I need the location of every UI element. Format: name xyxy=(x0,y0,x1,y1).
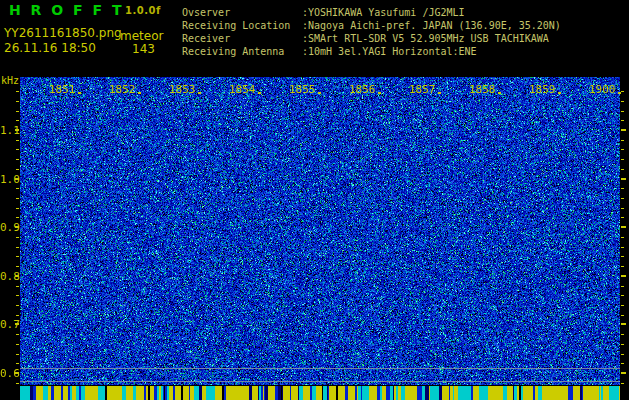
station-info-value: :YOSHIKAWA Yasufumi /JG2MLI xyxy=(302,6,465,19)
freq-minor-tick-left xyxy=(16,111,19,112)
time-tick-mark xyxy=(258,92,261,94)
station-info-label: Receiving Location xyxy=(182,19,302,32)
station-info-value: :10mH 3el.YAGI Horizontal:ENE xyxy=(302,45,477,58)
station-info-row: Receiving Antenna:10mH 3el.YAGI Horizont… xyxy=(182,45,561,58)
time-tick-mark xyxy=(138,92,141,94)
freq-major-tick-right xyxy=(621,323,626,325)
freq-major-tick-left xyxy=(15,275,19,277)
freq-minor-tick-right xyxy=(621,101,624,102)
freq-major-tick-right xyxy=(621,129,626,131)
freq-major-tick-right xyxy=(621,226,626,228)
freq-minor-tick-left xyxy=(16,295,19,296)
time-tick-mark xyxy=(318,92,321,94)
freq-minor-tick-right xyxy=(621,363,624,364)
freq-minor-tick-right xyxy=(621,140,624,141)
freq-tick-label: 1.0 xyxy=(0,173,15,186)
time-tick-label: 1851 xyxy=(49,83,76,96)
freq-minor-tick-right xyxy=(621,188,624,189)
freq-minor-tick-right xyxy=(621,169,624,170)
freq-minor-tick-left xyxy=(16,247,19,248)
freq-minor-tick-left xyxy=(16,149,19,150)
freq-minor-tick-left xyxy=(16,159,19,160)
freq-minor-tick-left xyxy=(16,217,19,218)
freq-minor-tick-right xyxy=(621,149,624,150)
freq-minor-tick-left xyxy=(16,383,19,384)
freq-minor-tick-right xyxy=(621,237,624,238)
freq-minor-tick-right xyxy=(621,286,624,287)
time-tick-mark xyxy=(498,92,501,94)
freq-major-tick-right xyxy=(621,178,626,180)
station-info-value: :Nagoya Aichi-pref. JAPAN (136.90E, 35.2… xyxy=(302,19,561,32)
station-info-label: Receiving Antenna xyxy=(182,45,302,58)
freq-minor-tick-left xyxy=(16,120,19,121)
freq-minor-tick-right xyxy=(621,198,624,199)
app-title: H R O F F T xyxy=(9,2,124,18)
freq-major-tick-right xyxy=(621,275,626,277)
freq-major-tick-left xyxy=(15,226,19,228)
station-info-label: Ovserver xyxy=(182,6,302,19)
freq-minor-tick-right xyxy=(621,217,624,218)
freq-minor-tick-right xyxy=(621,334,624,335)
reference-line xyxy=(20,381,620,382)
time-tick-label: 1853 xyxy=(169,83,196,96)
freq-minor-tick-left xyxy=(16,188,19,189)
freq-minor-tick-right xyxy=(621,315,624,316)
freq-minor-tick-right xyxy=(621,383,624,384)
time-tick-mark xyxy=(438,92,441,94)
station-info-value: :SMArt RTL-SDR V5 52.905MHz USB TACHIKAW… xyxy=(302,32,549,45)
freq-minor-tick-left xyxy=(16,305,19,306)
time-tick-label: 1859 xyxy=(529,83,556,96)
freq-minor-tick-left xyxy=(16,315,19,316)
datetime-label: 26.11.16 18:50 xyxy=(4,41,96,55)
freq-axis-unit: kHz xyxy=(1,75,19,86)
freq-tick-label: 0.6 xyxy=(0,367,15,380)
freq-minor-tick-right xyxy=(621,266,624,267)
time-tick-label: 1858 xyxy=(469,83,496,96)
freq-minor-tick-right xyxy=(621,159,624,160)
time-tick-mark xyxy=(558,92,561,94)
freq-major-tick-left xyxy=(15,323,19,325)
freq-major-tick-left xyxy=(15,129,19,131)
freq-minor-tick-left xyxy=(16,256,19,257)
time-tick-label: 1857 xyxy=(409,83,436,96)
freq-minor-tick-right xyxy=(621,256,624,257)
time-tick-mark xyxy=(378,92,381,94)
time-tick-label: 1854 xyxy=(229,83,256,96)
freq-minor-tick-left xyxy=(16,363,19,364)
time-tick-label: 1856 xyxy=(349,83,376,96)
hrofft-window: H R O F F T 1.0.0f YY2611161850.png mete… xyxy=(0,0,629,400)
time-tick-label: 1852 xyxy=(109,83,136,96)
freq-tick-label: 0.9 xyxy=(0,221,15,234)
freq-minor-tick-left xyxy=(16,334,19,335)
reference-line xyxy=(20,368,620,369)
freq-minor-tick-left xyxy=(16,169,19,170)
station-info-row: Receiver:SMArt RTL-SDR V5 52.905MHz USB … xyxy=(182,32,561,45)
freq-minor-tick-right xyxy=(621,344,624,345)
freq-minor-tick-left xyxy=(16,266,19,267)
freq-minor-tick-right xyxy=(621,208,624,209)
freq-minor-tick-left xyxy=(16,344,19,345)
station-info-row: Receiving Location:Nagoya Aichi-pref. JA… xyxy=(182,19,561,32)
freq-tick-label: 1.1 xyxy=(0,124,15,137)
freq-major-tick-right xyxy=(621,372,626,374)
freq-minor-tick-left xyxy=(16,286,19,287)
mode-label: meteor xyxy=(120,29,163,43)
freq-minor-tick-right xyxy=(621,247,624,248)
freq-minor-tick-left xyxy=(16,140,19,141)
spectrogram-canvas xyxy=(20,77,620,385)
freq-minor-tick-left xyxy=(16,101,19,102)
freq-minor-tick-left xyxy=(16,354,19,355)
time-tick-label: 1855 xyxy=(289,83,316,96)
time-tick-mark xyxy=(198,92,201,94)
freq-minor-tick-right xyxy=(621,354,624,355)
freq-minor-tick-right xyxy=(621,91,624,92)
output-filename: YY2611161850.png xyxy=(4,26,122,40)
freq-minor-tick-left xyxy=(16,208,19,209)
freq-minor-tick-right xyxy=(621,120,624,121)
station-info-row: Ovserver:YOSHIKAWA Yasufumi /JG2MLI xyxy=(182,6,561,19)
freq-minor-tick-right xyxy=(621,111,624,112)
level-strip-canvas xyxy=(20,386,620,400)
freq-minor-tick-right xyxy=(621,295,624,296)
freq-minor-tick-left xyxy=(16,237,19,238)
station-info-label: Receiver xyxy=(182,32,302,45)
